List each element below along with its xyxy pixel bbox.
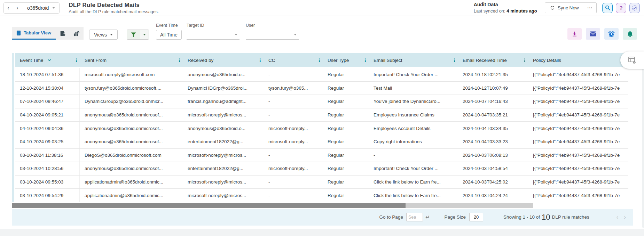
table-cell: Regular	[323, 135, 369, 148]
table-cell: anonymous@o365droid.onmicrosof...	[80, 122, 183, 135]
table-header-row: Event Time ⋮ Sent From ⋮ Received by ⋮ C…	[15, 53, 628, 67]
table-cell: Regular	[323, 82, 369, 95]
back-icon[interactable]: ‹	[4, 3, 13, 13]
table-row[interactable]: 04-10-2024 09:03:25anonymous@o365droid.o…	[15, 135, 628, 149]
dlp-table: Event Time ⋮ Sent From ⋮ Received by ⋮ C…	[12, 53, 628, 208]
chevron-down-icon	[52, 7, 55, 9]
bell-icon	[627, 31, 633, 37]
global-icon-buttons: ?	[602, 3, 640, 13]
filter-button[interactable]	[127, 30, 140, 39]
table-cell: [{"PolicyId":"4eb94437-45f3-4268-9f1b-7e	[528, 135, 628, 148]
search-button[interactable]	[602, 3, 613, 13]
sync-more-button[interactable]: •••	[584, 3, 596, 13]
tab-tabular-view-label: Tabular View	[24, 30, 51, 35]
event-time-filter: Event Time All Time	[156, 23, 182, 40]
forward-icon[interactable]: ›	[13, 3, 22, 13]
column-menu-icon[interactable]: ⋮	[317, 58, 322, 63]
table-cell: anonymous@o365droid.onmicrosof...	[80, 108, 183, 122]
table-row[interactable]: 18-10-2024 07:51:36microsoft-noreply@mic…	[15, 68, 628, 82]
previous-page-icon[interactable]: ‹	[616, 214, 619, 221]
column-menu-icon[interactable]: ⋮	[258, 58, 262, 63]
table-cell: 04-10-2024 09:04:36	[15, 122, 80, 135]
last-synced-value: 4 minutes ago	[506, 8, 537, 14]
table-cell: [{"PolicyId":"4eb94437-45f3-4268-9f1b-7e	[528, 82, 628, 95]
horizontal-scrollbar[interactable]	[12, 203, 533, 208]
column-menu-icon[interactable]: ⋮	[177, 58, 182, 63]
column-header-received-by[interactable]: Received by ⋮	[183, 53, 264, 67]
table-cell: 04-10-2024 09:05:21	[15, 108, 80, 122]
table-row[interactable]: 03-10-2024 09:54:29applicationadmin@o365…	[15, 189, 628, 202]
column-header-event-time[interactable]: Event Time ⋮	[15, 53, 80, 67]
column-header-cc[interactable]: CC ⋮	[264, 53, 323, 67]
column-menu-icon[interactable]: ⋮	[523, 58, 527, 63]
table-cell: -	[264, 176, 323, 189]
question-icon: ?	[619, 5, 622, 11]
total-count: 10	[542, 213, 550, 222]
document-icon	[16, 30, 21, 36]
column-header-email-received-time[interactable]: Email Received Time ⋮	[458, 53, 528, 67]
audit-health-button[interactable]	[629, 3, 640, 13]
notifications-button[interactable]	[623, 28, 637, 40]
table-cell: Regular	[323, 108, 369, 122]
column-menu-icon[interactable]: ⋮	[452, 58, 457, 63]
column-header-sent-from[interactable]: Sent From ⋮	[80, 53, 183, 67]
schedule-button[interactable]	[604, 28, 619, 40]
column-menu-icon[interactable]: ⋮	[74, 58, 79, 63]
table-cell: microsoft-noreply@micros...	[183, 189, 264, 202]
table-cell: 12-10-2024 15:38:04	[15, 82, 80, 95]
table-cell: [{"PolicyId":"4eb94437-45f3-4268-9f1b-7e	[528, 189, 628, 202]
table-cell: 2024-10-03T06:08:13	[458, 149, 528, 162]
column-menu-icon[interactable]: ⋮	[363, 58, 368, 63]
table-cell: Employees Insurance Claims	[369, 108, 458, 122]
next-page-icon[interactable]: ›	[624, 214, 626, 221]
title-block: DLP Rule Detected Mails Audit all the DL…	[69, 2, 159, 14]
table-cell: 2024-10-03T04:24:24	[458, 189, 528, 202]
table-row[interactable]: 04-10-2024 09:05:21anonymous@o365droid.o…	[15, 108, 628, 122]
table-cell: 07-10-2024 09:46:47	[15, 95, 80, 108]
last-synced-text: Last synced on: 4 minutes ago	[474, 8, 537, 14]
vertical-scrollbar[interactable]	[642, 54, 644, 228]
help-button[interactable]: ?	[616, 3, 626, 13]
table-row[interactable]: 04-10-2024 09:04:36anonymous@o365droid.o…	[15, 122, 628, 135]
column-header-user-type[interactable]: User Type ⋮	[323, 53, 369, 67]
table-cell: -	[369, 149, 458, 162]
table-cell: [{"PolicyId":"4eb94437-45f3-4268-9f1b-7e	[528, 68, 628, 81]
tenant-dropdown[interactable]: o365droid	[22, 3, 59, 13]
table-row[interactable]: 03-10-2024 09:55:03applicationadmin@o365…	[15, 176, 628, 189]
table-cell: anonymous@o365droid.onmicrosof...	[80, 162, 183, 175]
event-time-value[interactable]: All Time	[156, 30, 182, 40]
table-cell: microsoft-noreply...	[264, 122, 323, 135]
go-to-page-input[interactable]	[406, 213, 423, 221]
table-cell: Important! Check Your Order ...	[369, 162, 458, 175]
table-row[interactable]: 03-10-2024 11:38:16DiegoS@o365droid.onmi…	[15, 149, 628, 162]
views-label: Views	[94, 32, 107, 38]
target-id-select[interactable]	[187, 30, 239, 40]
chevron-down-icon	[143, 34, 146, 35]
column-header-email-subject[interactable]: Email Subject ⋮	[369, 53, 458, 67]
export-report-button[interactable]	[56, 27, 70, 40]
horizontal-scrollbar-thumb[interactable]	[12, 203, 406, 208]
target-id-label: Target ID	[187, 23, 239, 28]
email-button[interactable]	[586, 28, 600, 40]
table-row[interactable]: 07-10-2024 09:46:47DynamicGroup2@o365dro…	[15, 95, 628, 108]
user-select[interactable]	[246, 30, 299, 40]
search-icon	[605, 5, 611, 11]
table-cell: Test Mail	[369, 82, 458, 95]
sort-descending-icon[interactable]	[48, 59, 51, 61]
table-row[interactable]: 12-10-2024 15:38:04tyson.fury@o365droid.…	[15, 82, 628, 95]
tab-tabular-view[interactable]: Tabular View	[12, 27, 56, 40]
views-dropdown[interactable]: Views	[89, 30, 118, 40]
table-cell: DiegoS@o365droid.onmicrosoft.com	[80, 149, 183, 162]
sync-now-button[interactable]: Sync Now	[545, 3, 584, 13]
chart-view-button[interactable]	[70, 27, 84, 40]
page-size-input[interactable]	[469, 213, 483, 221]
table-cell: -	[264, 189, 323, 202]
user-label: User	[246, 23, 299, 28]
chevron-down-icon	[294, 34, 297, 35]
download-button[interactable]	[567, 28, 582, 40]
column-chooser-button[interactable]	[620, 51, 644, 69]
table-cell: 2024-10-03T04:58:54	[458, 162, 528, 175]
filter-options-button[interactable]	[140, 30, 149, 39]
table-row[interactable]: 03-10-2024 10:28:56anonymous@o365droid.o…	[15, 162, 628, 176]
column-header-policy-details[interactable]: Policy Details	[528, 53, 628, 67]
